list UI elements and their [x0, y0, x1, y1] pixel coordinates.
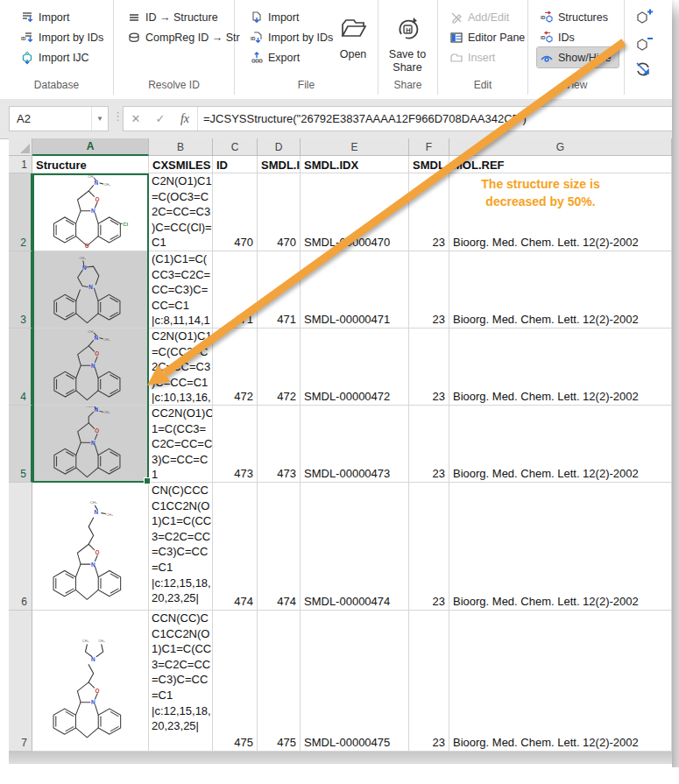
row-header-2[interactable]: 2	[9, 173, 32, 251]
cell-f5[interactable]: 23	[409, 406, 449, 483]
cell-d5[interactable]: 473	[258, 406, 301, 483]
formula-input[interactable]: =JCSYSStructure("26792E3837AAAA12F966D70…	[197, 107, 672, 131]
eye-icon	[540, 51, 554, 65]
column-header-c[interactable]: C	[213, 138, 258, 156]
cell-f4[interactable]: 23	[409, 328, 449, 406]
cell-c5[interactable]: 473	[213, 406, 258, 483]
import-db-button[interactable]: Import	[18, 7, 108, 27]
save-to-share-button[interactable]: H Save to Share	[385, 7, 429, 88]
column-header-d[interactable]: D	[258, 138, 301, 156]
name-box-dropdown[interactable]: ▼	[91, 107, 108, 131]
cell-e3[interactable]: SMDL-00000471	[301, 251, 409, 328]
view-ids-button[interactable]: ID IDs	[537, 27, 619, 47]
export-label: Export	[268, 52, 300, 64]
cell-g7[interactable]: Bioorg. Med. Chem. Lett. 12(2)-2002	[449, 611, 672, 752]
cell-d6[interactable]: 474	[258, 483, 301, 611]
export-button[interactable]: Export	[247, 47, 331, 67]
cell-d1[interactable]: SMDL.ID	[258, 156, 301, 173]
cell-f1[interactable]: SMDL.SID	[409, 156, 449, 173]
editor-pane-button[interactable]: Editor Pane	[447, 27, 522, 47]
structure-image-row2: N CH₃CH₃ Cl O	[35, 174, 145, 251]
cell-g5[interactable]: Bioorg. Med. Chem. Lett. 12(2)-2002	[449, 406, 672, 483]
cell-b5[interactable]: CC2N(O1)C 1=C(CC3= C2C=CC=C 3)C=CC=C 1	[149, 406, 213, 483]
row-header-1[interactable]: 1	[9, 156, 32, 173]
cell-g4[interactable]: Bioorg. Med. Chem. Lett. 12(2)-2002	[449, 328, 672, 406]
cell-a3-structure[interactable]: N N CH₃	[32, 251, 149, 328]
cell-g2[interactable]: Bioorg. Med. Chem. Lett. 12(2)-2002	[449, 173, 672, 251]
cell-f3[interactable]: 23	[409, 251, 449, 328]
cell-c6[interactable]: 474	[213, 483, 258, 611]
cell-g1[interactable]: MOL.REF	[449, 156, 672, 173]
import-by-ids-file-button[interactable]: ID Import by IDs	[247, 27, 331, 47]
cell-g3[interactable]: Bioorg. Med. Chem. Lett. 12(2)-2002	[449, 251, 672, 328]
column-header-b[interactable]: B	[149, 138, 213, 156]
column-header-g[interactable]: G	[449, 138, 672, 156]
cell-c3[interactable]: 471	[213, 251, 258, 328]
spreadsheet-grid: A B C D E F G 1 Structure CXSMILES ID SM…	[9, 138, 672, 752]
id-to-structure-button[interactable]: ID → Structure	[124, 7, 229, 27]
import-file-button[interactable]: Import	[247, 7, 331, 27]
cell-f6[interactable]: 23	[409, 483, 449, 611]
add-edit-button[interactable]: Add/Edit	[447, 7, 522, 27]
import-ijc-button[interactable]: Import IJC	[18, 47, 108, 67]
select-all-corner[interactable]	[9, 138, 32, 156]
svg-text:CH₃: CH₃	[88, 174, 95, 179]
increase-structure-size-button[interactable]	[632, 7, 654, 30]
cell-e5[interactable]: SMDL-00000473	[301, 406, 409, 483]
cell-e4[interactable]: SMDL-00000472	[301, 328, 409, 406]
compreg-id-button[interactable]: CompReg ID → Str	[124, 27, 229, 47]
name-box[interactable]: A2 ▼	[9, 106, 109, 131]
structure-image-row6: N CH₃ CH₃	[34, 484, 146, 609]
import-by-ids-db-button[interactable]: ID Import by IDs	[18, 27, 108, 47]
column-header-f[interactable]: F	[409, 138, 449, 156]
cell-a2-structure[interactable]: N CH₃CH₃ Cl O	[32, 173, 149, 251]
row-header-7[interactable]: 7	[9, 611, 32, 752]
row-header-3[interactable]: 3	[9, 251, 32, 328]
refresh-structures-button[interactable]	[632, 58, 654, 81]
cell-d4[interactable]: 472	[258, 328, 301, 406]
cell-c2[interactable]: 470	[213, 173, 258, 251]
cell-a6-structure[interactable]: N CH₃ CH₃	[32, 483, 149, 611]
cell-c1[interactable]: ID	[213, 156, 258, 173]
cell-a4-structure[interactable]: N CH₃CH₃	[32, 328, 149, 406]
import-db-label: Import	[39, 11, 69, 24]
column-header-e[interactable]: E	[301, 138, 409, 156]
cell-b6[interactable]: CN(C)CCC C1CC2N(O 1)C1=C(CC 3=C2C=CC =C3…	[149, 483, 213, 611]
row-header-4[interactable]: 4	[9, 328, 32, 406]
decrease-structure-size-button[interactable]	[632, 32, 654, 55]
cell-e1[interactable]: SMDL.IDX	[301, 156, 409, 173]
accept-formula-button[interactable]: ✓	[148, 112, 173, 125]
row-header-5[interactable]: 5	[9, 406, 32, 483]
cell-a7-structure[interactable]: N CH₃ CH₃	[32, 611, 149, 752]
cell-b7[interactable]: CCN(CC)C C1CC2N(O 1)C1=C(CC 3=C2C=CC =C3…	[149, 611, 213, 752]
cell-b3[interactable]: (C1)C1=C( CC3=C2C= CC=C3)C= CC=C1 |c:8,1…	[149, 251, 213, 328]
structure-image-row5: N H₃CCH₃	[35, 406, 145, 482]
cell-d7[interactable]: 475	[258, 611, 301, 752]
cell-d3[interactable]: 471	[258, 251, 301, 328]
column-header-a[interactable]: A	[32, 138, 149, 156]
cell-g6[interactable]: Bioorg. Med. Chem. Lett. 12(2)-2002	[449, 483, 672, 611]
show-hide-button[interactable]: Show/Hide	[537, 47, 619, 67]
cell-d2[interactable]: 470	[258, 173, 301, 251]
cell-e6[interactable]: SMDL-00000474	[301, 483, 409, 611]
cell-b4[interactable]: C2N(O1)C1 =C(CC3=C 2C=CC=C3 )C=CC=C1 |c:…	[149, 328, 213, 406]
cell-f7[interactable]: 23	[409, 611, 449, 752]
cell-a5-structure[interactable]: N H₃CCH₃	[32, 406, 149, 483]
cell-e2[interactable]: SMDL-00000470	[301, 173, 409, 251]
svg-text:CH₃: CH₃	[79, 256, 86, 260]
insert-button[interactable]: Insert	[447, 47, 522, 67]
row-header-6[interactable]: 6	[9, 483, 32, 611]
cell-c7[interactable]: 475	[213, 611, 258, 752]
cell-b1[interactable]: CXSMILES	[149, 156, 213, 173]
view-structures-button[interactable]: ID Structures	[537, 7, 619, 27]
svg-text:CH₃: CH₃	[103, 410, 110, 414]
cell-f2[interactable]: 23	[409, 173, 449, 251]
cell-c4[interactable]: 472	[213, 328, 258, 406]
open-button[interactable]: Open	[331, 7, 375, 88]
cancel-formula-button[interactable]: ✕	[124, 112, 148, 125]
cell-b2[interactable]: C2N(O1)C1 =C(OC3=C 2C=CC=C3 )C=CC(Cl)= C…	[149, 173, 213, 251]
show-hide-label: Show/Hide	[558, 52, 611, 64]
insert-function-button[interactable]: fx	[173, 112, 197, 126]
cell-e7[interactable]: SMDL-00000475	[301, 611, 409, 752]
cell-a1[interactable]: Structure	[32, 156, 149, 173]
